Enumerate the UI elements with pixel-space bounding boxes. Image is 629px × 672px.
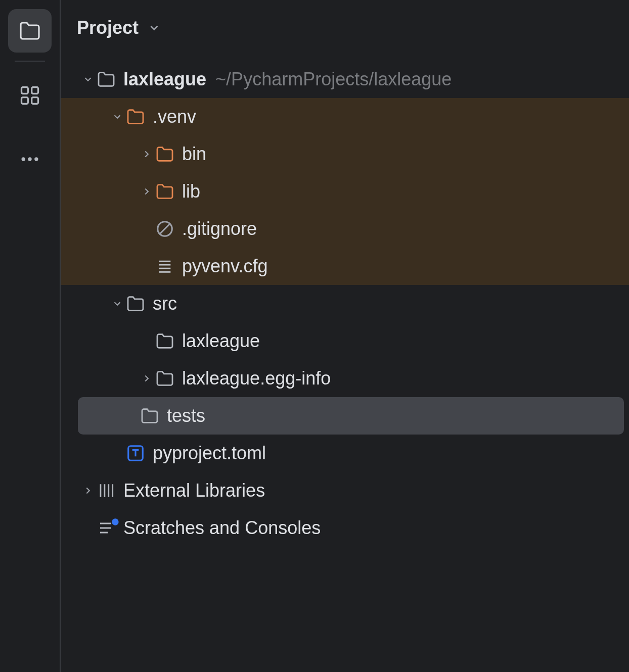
node-label: Scratches and Consoles [123,517,321,539]
svg-point-6 [34,157,38,161]
tree-node-venv[interactable]: .venv [61,98,629,135]
tree-node-pyproject[interactable]: pyproject.toml [61,435,629,472]
tree-node-tests[interactable]: tests [78,397,624,435]
tree-node-pyvenvcfg[interactable]: pyvenv.cfg [61,248,629,285]
node-label: laxleague.egg-info [182,368,331,389]
tree-node-laxleague-pkg[interactable]: laxleague [61,322,629,360]
svg-rect-2 [22,98,28,104]
node-label: .venv [153,106,196,127]
chevron-down-icon[interactable] [110,111,124,122]
tree-node-egginfo[interactable]: laxleague.egg-info [61,360,629,397]
svg-point-9 [112,518,118,525]
node-label: src [153,293,177,314]
library-icon [95,481,117,500]
folder-excluded-icon [154,144,176,164]
node-label: pyproject.toml [153,443,266,464]
node-label: bin [182,143,206,165]
tree-node-lib[interactable]: lib [61,173,629,210]
node-label: .gitignore [182,218,257,239]
chevron-right-icon[interactable] [140,373,154,384]
svg-rect-3 [32,98,38,104]
tree-node-gitignore[interactable]: .gitignore [61,210,629,248]
svg-point-5 [28,157,31,161]
folder-icon [154,368,176,389]
node-label: tests [167,405,205,426]
toolbar-divider [15,61,45,62]
tree-node-bin[interactable]: bin [61,135,629,173]
node-label: lib [182,181,200,202]
svg-point-4 [22,157,25,161]
scratches-icon [95,519,117,537]
structure-tool-button[interactable] [8,74,52,117]
folder-icon [124,294,147,314]
chevron-down-icon [148,21,161,34]
toml-file-icon [124,444,147,463]
node-label: laxleague [123,69,206,90]
tree-node-src[interactable]: src [61,285,629,322]
text-file-icon [154,258,176,275]
folder-excluded-icon [154,181,176,202]
panel-header[interactable]: Project [61,0,629,56]
panel-title: Project [77,17,139,38]
left-toolbar [0,0,61,672]
tree-node-scratches[interactable]: Scratches and Consoles [61,509,629,547]
folder-icon [139,406,161,426]
chevron-right-icon[interactable] [81,485,95,496]
node-path-hint: ~/PycharmProjects/laxleague [215,69,452,90]
project-panel: Project laxleague ~/PycharmProjects/laxl… [61,0,629,672]
node-label: External Libraries [123,480,265,501]
ignored-file-icon [154,219,176,238]
chevron-down-icon[interactable] [110,298,124,309]
node-label: pyvenv.cfg [182,256,267,277]
folder-excluded-icon [124,107,147,127]
svg-rect-0 [22,87,28,94]
node-label: laxleague [182,330,260,352]
chevron-right-icon[interactable] [140,186,154,197]
project-tool-button[interactable] [8,9,52,53]
project-tree: laxleague ~/PycharmProjects/laxleague .v… [61,56,629,547]
svg-rect-1 [32,87,38,94]
folder-icon [154,331,176,351]
folder-icon [18,19,42,43]
chevron-down-icon[interactable] [81,74,95,85]
tree-node-root[interactable]: laxleague ~/PycharmProjects/laxleague [61,61,629,98]
more-tool-button[interactable] [8,137,52,181]
folder-icon [95,69,117,89]
structure-icon [19,84,41,107]
more-horizontal-icon [19,148,41,170]
chevron-right-icon[interactable] [140,149,154,160]
tree-node-external-libraries[interactable]: External Libraries [61,472,629,509]
